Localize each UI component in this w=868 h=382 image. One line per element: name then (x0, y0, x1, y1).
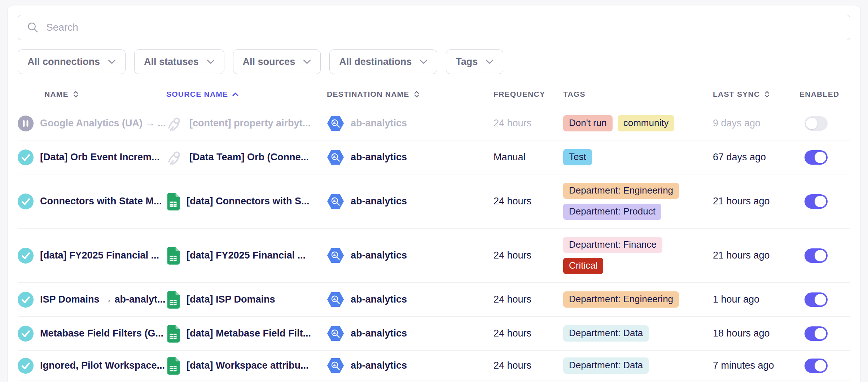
column-header-destination-name[interactable]: DESTINATION NAME (327, 90, 494, 99)
table-row[interactable]: Google Analytics (UA) → ... [content] pr… (18, 107, 850, 140)
tags-cell: Department: Data (563, 357, 713, 374)
name-cell: [data] FY2025 Financial ... (18, 248, 166, 264)
filter-all-destinations[interactable]: All destinations (329, 49, 437, 74)
frequency-cell: 24 hours (494, 118, 563, 129)
filter-tags[interactable]: Tags (446, 49, 503, 74)
connection-name[interactable]: ISP Domains → ab-analyt... (40, 294, 166, 305)
source-connector-icon (166, 192, 180, 210)
last-sync-value: 67 days ago (713, 152, 766, 163)
filter-all-sources[interactable]: All sources (233, 49, 321, 74)
source-name[interactable]: [data] Metabase Field Filt... (187, 328, 311, 339)
frequency-cell: 24 hours (494, 294, 563, 305)
source-cell: [content] property airbyt... (166, 115, 327, 132)
filter-label: All connections (27, 56, 100, 68)
source-connector-icon (166, 149, 183, 166)
sort-asc-icon (232, 92, 238, 96)
enabled-toggle[interactable] (805, 150, 828, 165)
search-box[interactable] (18, 15, 850, 40)
frequency-cell: 24 hours (494, 196, 563, 207)
name-cell: ISP Domains → ab-analyt... (18, 292, 166, 308)
frequency-cell: Manual (494, 152, 563, 163)
enabled-toggle[interactable] (805, 292, 828, 307)
frequency-value: 24 hours (494, 328, 531, 339)
destination-name[interactable]: ab-analytics (351, 294, 407, 305)
destination-name[interactable]: ab-analytics (351, 360, 407, 371)
source-name[interactable]: [Data Team] Orb (Conne... (189, 152, 309, 163)
destination-name[interactable]: ab-analytics (351, 250, 407, 261)
enabled-toggle[interactable] (805, 326, 828, 341)
source-cell: [data] ISP Domains (166, 291, 327, 309)
connection-name[interactable]: [data] FY2025 Financial ... (40, 250, 159, 261)
tag-chip: Department: Data (563, 325, 649, 342)
table-row[interactable]: Ignored, Pilot Workspace... [data] Works… (18, 351, 850, 381)
destination-name[interactable]: ab-analytics (351, 328, 407, 339)
last-sync-cell: 7 minutes ago (713, 360, 799, 371)
connection-name[interactable]: Google Analytics (UA) → ... (40, 118, 166, 129)
enabled-toggle[interactable] (805, 359, 828, 373)
enabled-cell (799, 359, 850, 373)
enabled-toggle[interactable] (805, 116, 828, 131)
table-row[interactable]: ISP Domains → ab-analyt... [data] ISP Do… (18, 283, 850, 317)
tag-chip: Department: Data (563, 357, 649, 374)
bigquery-icon (327, 194, 344, 209)
destination-cell: ab-analytics (327, 116, 494, 131)
sort-icon (414, 91, 420, 98)
source-name[interactable]: [data] FY2025 Financial ... (187, 250, 306, 261)
destination-cell: ab-analytics (327, 358, 494, 373)
enabled-toggle[interactable] (805, 248, 828, 263)
destination-name[interactable]: ab-analytics (351, 118, 407, 129)
table-row[interactable]: [Data] Orb Event Increm... [Data Team] O… (18, 140, 850, 174)
name-cell: Connectors with State M... (18, 194, 166, 209)
name-cell: Google Analytics (UA) → ... (18, 116, 166, 131)
tag-chip: Test (563, 149, 592, 165)
destination-cell: ab-analytics (327, 149, 494, 165)
airbyte-icon (166, 149, 183, 166)
tag-chip: Department: Finance (563, 237, 662, 253)
tag-chip: Critical (563, 258, 603, 274)
frequency-cell: 24 hours (494, 250, 563, 261)
connection-name[interactable]: Ignored, Pilot Workspace... (40, 360, 165, 371)
table-rows: Google Analytics (UA) → ... [content] pr… (18, 107, 850, 381)
destination-cell: ab-analytics (327, 292, 494, 307)
connections-table: NAME SOURCE NAME DESTINATION NAME FREQUE… (18, 82, 850, 381)
source-name[interactable]: [data] ISP Domains (187, 294, 275, 305)
table-row[interactable]: Metabase Field Filters (G... [data] Meta… (18, 317, 850, 351)
connection-name[interactable]: Metabase Field Filters (G... (40, 328, 163, 339)
tag-list: Department: Data (563, 357, 649, 374)
bigquery-icon (327, 292, 344, 307)
source-connector-icon (166, 291, 180, 309)
source-name[interactable]: [data] Workspace attribu... (187, 360, 309, 371)
enabled-toggle[interactable] (805, 194, 828, 209)
last-sync-cell: 21 hours ago (713, 196, 799, 207)
filter-label: All destinations (339, 56, 412, 68)
filter-all-connections[interactable]: All connections (18, 49, 126, 74)
source-cell: [Data Team] Orb (Conne... (166, 149, 327, 166)
filter-all-statuses[interactable]: All statuses (134, 49, 224, 74)
column-header-name[interactable]: NAME (18, 90, 166, 99)
search-icon (27, 21, 39, 34)
search-input[interactable] (46, 22, 841, 33)
last-sync-value: 9 days ago (713, 118, 760, 129)
table-row[interactable]: Connectors with State M... [data] Connec… (18, 174, 850, 229)
table-row[interactable]: [data] FY2025 Financial ... [data] FY202… (18, 229, 850, 283)
pause-icon (18, 116, 34, 131)
bigquery-icon (327, 326, 344, 341)
tag-chip: Department: Product (563, 204, 661, 220)
last-sync-cell: 9 days ago (713, 118, 799, 129)
tags-cell: Department: FinanceCritical (563, 237, 713, 274)
column-header-last-sync[interactable]: LAST SYNC (713, 90, 799, 99)
column-header-source-name[interactable]: SOURCE NAME (166, 90, 327, 99)
tag-list: Department: EngineeringDepartment: Produ… (563, 183, 679, 220)
connection-name[interactable]: [Data] Orb Event Increm... (40, 152, 160, 163)
last-sync-value: 18 hours ago (713, 328, 770, 339)
tags-cell: Test (563, 149, 713, 165)
connection-name[interactable]: Connectors with State M... (40, 196, 162, 207)
destination-name[interactable]: ab-analytics (351, 152, 407, 163)
check-icon (18, 248, 34, 264)
destination-name[interactable]: ab-analytics (351, 196, 407, 207)
frequency-value: 24 hours (494, 250, 531, 261)
name-cell: Metabase Field Filters (G... (18, 326, 166, 342)
source-name[interactable]: [content] property airbyt... (189, 118, 311, 129)
source-name[interactable]: [data] Connectors with S... (187, 196, 310, 207)
connection-status-icon (18, 248, 34, 264)
